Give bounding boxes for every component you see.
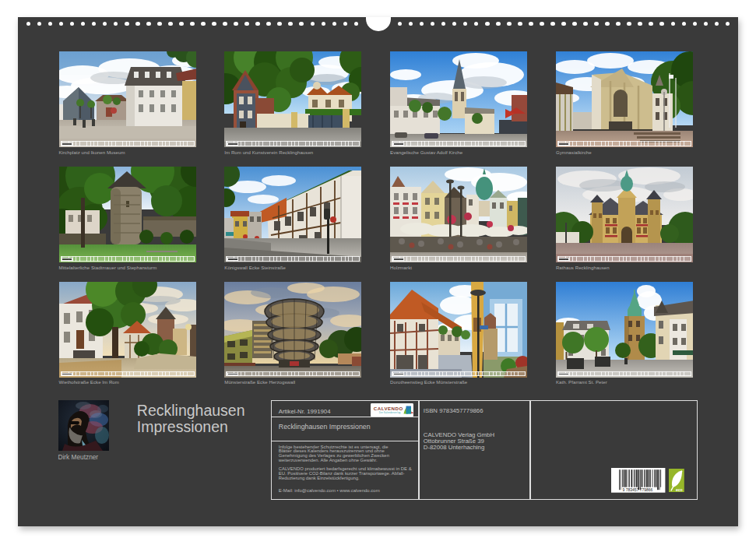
svg-text:CALVENDO: CALVENDO (374, 406, 403, 411)
svg-text:9 783457 779866: 9 783457 779866 (623, 487, 653, 492)
svg-text:eco: eco (676, 487, 683, 492)
svg-text:Der Kalenderverlag: Der Kalenderverlag (379, 411, 401, 414)
